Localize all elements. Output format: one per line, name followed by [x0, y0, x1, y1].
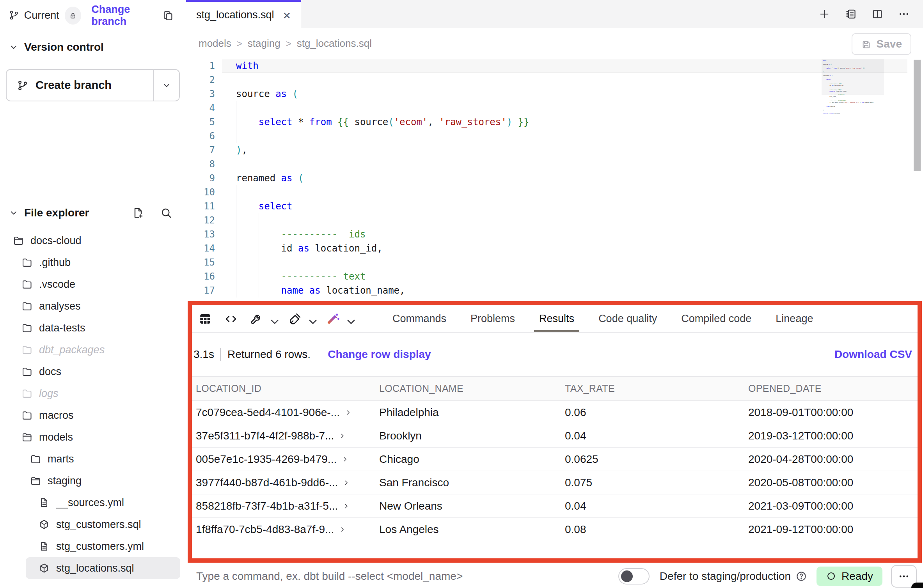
file-tree-item-staging[interactable]: staging	[0, 470, 186, 492]
results-tab-lineage[interactable]: Lineage	[763, 305, 825, 332]
expand-row-icon[interactable]	[344, 409, 352, 416]
expand-row-icon[interactable]	[343, 479, 350, 487]
file-tree-item-stg-locations-sql[interactable]: stg_locations.sql	[26, 557, 180, 579]
copy-icon[interactable]	[162, 10, 174, 21]
notebook-panel-icon[interactable]	[845, 8, 857, 20]
results-tab-code-quality[interactable]: Code quality	[586, 305, 669, 332]
code-line-11[interactable]: 11 select	[186, 199, 923, 213]
ai-assist-pen-icon[interactable]	[326, 312, 353, 326]
code-line-15[interactable]: 15	[186, 255, 923, 269]
cell-location_name: Chicago	[375, 448, 561, 471]
results-tab-results[interactable]: Results	[527, 305, 586, 332]
cell-location_name: New Orleans	[375, 494, 561, 517]
code-line-9[interactable]: 9renamed as (	[186, 171, 923, 185]
breadcrumb-item[interactable]: models	[199, 37, 231, 50]
file-explorer-header[interactable]: File explorer	[0, 196, 186, 230]
create-branch-dropdown[interactable]	[154, 70, 179, 101]
file-tree-item--github[interactable]: .github	[0, 251, 186, 273]
cell-value: New Orleans	[379, 500, 442, 512]
file-tree-label: __sources.yml	[56, 497, 124, 509]
code-line-1[interactable]: 1with	[186, 59, 923, 73]
chevron-down-icon[interactable]	[344, 315, 353, 323]
preview-table-icon[interactable]	[198, 312, 212, 326]
code-line-10[interactable]: 10	[186, 185, 923, 199]
file-tree-item-marts[interactable]: marts	[0, 448, 186, 470]
file-tree-item-macros[interactable]: macros	[0, 404, 186, 426]
cell-value: 0.04	[565, 430, 586, 442]
code-line-5[interactable]: 5 select * from {{ source('ecom', 'raw_s…	[186, 115, 923, 129]
expand-row-icon[interactable]	[339, 432, 346, 440]
column-header-location_id[interactable]: LOCATION_ID	[192, 377, 375, 400]
create-branch-main[interactable]: Create branch	[7, 70, 153, 101]
search-icon[interactable]	[160, 207, 172, 219]
breadcrumb-item[interactable]: stg_locations.sql	[297, 37, 372, 50]
split-editor-icon[interactable]	[872, 8, 883, 20]
ready-status-badge[interactable]: Ready	[816, 567, 882, 586]
breadcrumb-item[interactable]: staging	[248, 37, 280, 50]
file-tree-item-docs[interactable]: docs	[0, 361, 186, 383]
code-line-7[interactable]: 7),	[186, 143, 923, 157]
code-line-14[interactable]: 14 id as location_id,	[186, 241, 923, 255]
expand-row-icon[interactable]	[343, 502, 350, 510]
code-line-3[interactable]: 3source as (	[186, 87, 923, 101]
results-tab-commands[interactable]: Commands	[380, 305, 458, 332]
compile-code-icon[interactable]	[224, 312, 238, 326]
folder-open-icon	[21, 432, 32, 443]
results-tab-compiled-code[interactable]: Compiled code	[669, 305, 763, 332]
defer-toggle[interactable]	[618, 568, 650, 584]
close-icon[interactable]: ×	[283, 9, 291, 22]
file-tree-item-data-tests[interactable]: data-tests	[0, 317, 186, 339]
change-row-display-link[interactable]: Change row display	[328, 348, 431, 361]
breadcrumb: models>staging>stg_locations.sql	[199, 28, 372, 59]
line-number: 6	[186, 131, 215, 142]
code-line-13[interactable]: 13 ---------- ids	[186, 227, 923, 241]
expand-row-icon[interactable]	[339, 526, 346, 533]
download-csv-link[interactable]: Download CSV	[834, 348, 912, 361]
column-header-location_name[interactable]: LOCATION_NAME	[375, 377, 561, 400]
command-input[interactable]	[196, 570, 547, 583]
new-file-icon[interactable]	[132, 207, 144, 219]
tab-stg-locations-sql[interactable]: stg_locations.sql ×	[186, 0, 301, 28]
file-tree-item-stg-customers-yml[interactable]: stg_customers.yml	[0, 535, 186, 557]
file-tree-item-stg-customers-sql[interactable]: stg_customers.sql	[0, 514, 186, 535]
chevron-down-icon[interactable]	[268, 315, 276, 323]
column-header-tax_rate[interactable]: TAX_RATE	[561, 377, 744, 400]
build-wrench-icon[interactable]	[250, 312, 276, 326]
cell-value: 7c079cea-5ed4-4101-906e-...	[196, 406, 340, 419]
file-tree-item-models[interactable]: models	[0, 426, 186, 448]
change-branch-link[interactable]: Change branch	[91, 4, 162, 28]
code-line-17[interactable]: 17 name as location_name,	[186, 283, 923, 298]
code-line-2[interactable]: 2	[186, 73, 923, 87]
cell-location_id: 1f8ffa70-7cb5-4d83-8a7f-9...	[192, 518, 375, 541]
indent-guide	[236, 129, 236, 143]
create-branch-button[interactable]: Create branch	[6, 69, 180, 101]
help-icon[interactable]	[795, 570, 807, 582]
more-options-icon[interactable]	[898, 8, 910, 20]
code-line-6[interactable]: 6	[186, 129, 923, 143]
code-line-8[interactable]: 8	[186, 157, 923, 171]
version-control-header[interactable]: Version control	[0, 37, 186, 57]
file-tree-item--sources-yml[interactable]: __sources.yml	[0, 492, 186, 514]
file-tree-label: dbt_packages	[39, 344, 105, 356]
code-line-16[interactable]: 16 ---------- text	[186, 269, 923, 283]
folder-icon	[21, 257, 32, 268]
indent-guide	[259, 213, 259, 227]
minimap[interactable]: with source as ( select * from {{ source…	[823, 60, 882, 118]
code-text: ),	[236, 145, 247, 156]
file-tree-item-analyses[interactable]: analyses	[0, 295, 186, 317]
results-tab-problems[interactable]: Problems	[458, 305, 527, 332]
expand-row-icon[interactable]	[341, 455, 349, 463]
editor-scrollbar[interactable]	[914, 60, 921, 171]
file-tree-item-dbt-packages[interactable]: dbt_packages	[0, 339, 186, 361]
file-tree-item--vscode[interactable]: .vscode	[0, 273, 186, 295]
column-header-opened_date[interactable]: OPENED_DATE	[744, 377, 918, 400]
chevron-down-icon[interactable]	[306, 315, 314, 323]
code-editor[interactable]: 1with23source as (45 select * from {{ so…	[186, 59, 923, 301]
file-tree-item-logs[interactable]: logs	[0, 383, 186, 404]
save-button[interactable]: Save	[852, 33, 911, 55]
code-line-4[interactable]: 4	[186, 101, 923, 115]
new-tab-icon[interactable]	[818, 8, 830, 20]
code-line-12[interactable]: 12	[186, 213, 923, 227]
file-tree-item-docs-cloud[interactable]: docs-cloud	[0, 230, 186, 251]
format-broom-icon[interactable]	[288, 312, 314, 326]
